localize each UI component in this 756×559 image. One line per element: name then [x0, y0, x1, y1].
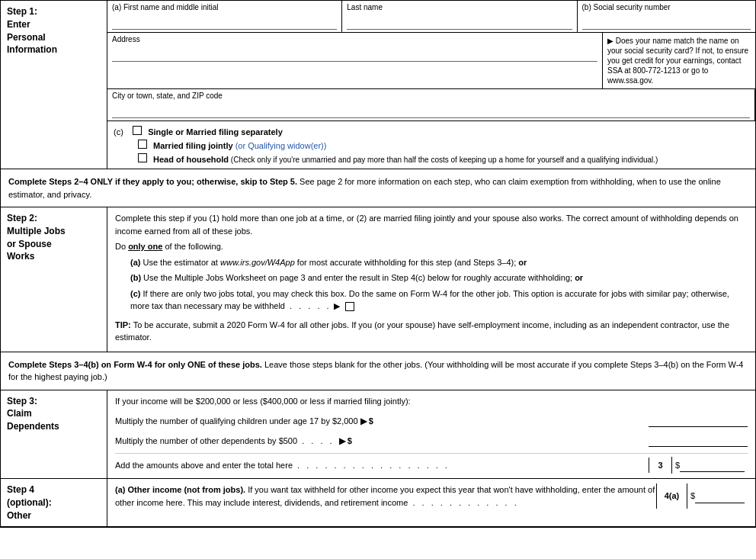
- address-label: Address: [112, 35, 597, 43]
- step3-children-text: Multiply the number of qualifying childr…: [115, 415, 645, 428]
- step2-content: Complete this step if you (1) hold more …: [107, 207, 755, 352]
- city-label: City or town, state, and ZIP code: [112, 92, 750, 100]
- step3-children-input[interactable]: [649, 413, 748, 427]
- ssn-field: (b) Social security number: [578, 1, 755, 32]
- last-name-input[interactable]: [347, 13, 572, 30]
- step3-section: Step 3: Claim Dependents If your income …: [1, 390, 755, 480]
- step2-item-a: (a) Use the estimator at www.irs.gov/W4A…: [130, 256, 748, 269]
- first-name-input[interactable]: [112, 13, 337, 30]
- step1-title-personal: Personal: [7, 32, 46, 43]
- step2-number: Step 2:: [7, 213, 37, 223]
- step1-checkboxes: (c) Single or Married filing separately …: [107, 121, 755, 169]
- step3-other-input[interactable]: [649, 433, 748, 447]
- step2-title2: or Spouse: [7, 239, 52, 249]
- step3-children-row: Multiply the number of qualifying childr…: [115, 413, 748, 427]
- step3-total-input[interactable]: [680, 458, 745, 472]
- first-name-label: (a) First name and middle initial: [112, 3, 337, 11]
- city-input[interactable]: [112, 101, 750, 118]
- step3-total-row: Add the amounts above and enter the tota…: [115, 453, 748, 474]
- checkbox2-label-normal: (or Qualifying widow(er)): [233, 141, 327, 150]
- step1-city-row: City or town, state, and ZIP code: [107, 89, 755, 121]
- address-field: Address: [107, 33, 603, 88]
- step4a-row: (a) Other income (not from jobs). If you…: [115, 484, 748, 509]
- ssn-note: ▶ Does your name match the name on your …: [603, 33, 755, 88]
- step3-other-text: Multiply the number of other dependents …: [115, 435, 645, 448]
- step2-para2: Do only one of the following.: [115, 240, 748, 253]
- city-field: City or town, state, and ZIP code: [107, 89, 755, 120]
- checkbox3-label-small: (Check only if you're unmarried and pay …: [229, 156, 658, 164]
- step1-name-row: (a) First name and middle initial Last n…: [107, 1, 755, 33]
- instruction1: Complete Steps 2–4 ONLY if they apply to…: [1, 169, 755, 207]
- step3-label: Step 3: Claim Dependents: [1, 390, 107, 479]
- checkbox3-label-bold: Head of household: [153, 155, 229, 164]
- checkbox-married-jointly[interactable]: [138, 140, 147, 149]
- last-name-field: Last name: [342, 1, 577, 32]
- step3-title2: Dependents: [7, 421, 59, 432]
- step2-tip: TIP: To be accurate, submit a 2020 Form …: [115, 319, 748, 344]
- step4a-num: 4(a): [656, 484, 687, 509]
- checkbox2-label-bold: Married filing jointly: [153, 141, 233, 150]
- step4-number: Step 4: [7, 484, 34, 495]
- step1-fields: (a) First name and middle initial Last n…: [107, 1, 755, 169]
- w4-form: Step 1: Enter Personal Information (a) F…: [0, 0, 756, 528]
- step3-total-dollar: $: [671, 457, 748, 474]
- address-input[interactable]: [112, 45, 597, 62]
- step3-total-num: 3: [649, 458, 671, 474]
- step3-other-row: Multiply the number of other dependents …: [115, 433, 748, 447]
- step1-section: Step 1: Enter Personal Information (a) F…: [1, 1, 755, 169]
- step1-label: Step 1: Enter Personal Information: [1, 1, 107, 169]
- step2-title3: Works: [7, 251, 34, 262]
- first-name-field: (a) First name and middle initial: [107, 1, 342, 32]
- step4a-text: (a) Other income (not from jobs). If you…: [115, 484, 656, 509]
- step2-item-b: (b) Use the Multiple Jobs Worksheet on p…: [130, 271, 748, 284]
- instruction1-bold: Complete Steps 2–4 ONLY if they apply to…: [8, 177, 297, 186]
- step1-title-information: Information: [7, 44, 57, 55]
- checkbox-single[interactable]: [133, 126, 142, 135]
- step2-para1: Complete this step if you (1) hold more …: [115, 212, 748, 237]
- checkbox-head-household[interactable]: [138, 153, 147, 162]
- step3-add-text: Add the amounts above and enter the tota…: [115, 459, 649, 472]
- ssn-input[interactable]: [582, 13, 751, 30]
- step2-item-c: (c) If there are only two jobs total, yo…: [130, 288, 748, 313]
- step3-title1: Claim: [7, 408, 32, 419]
- step4-label: Step 4 (optional): Other: [1, 479, 107, 526]
- step1-title-enter: Enter: [7, 19, 30, 30]
- step4a-input[interactable]: [695, 490, 745, 503]
- step4-section: Step 4 (optional): Other (a) Other incom…: [1, 479, 755, 527]
- ssn-note-text: ▶ Does your name match the name on your …: [607, 37, 748, 85]
- step4-title1: (optional):: [7, 497, 52, 508]
- step2c-checkbox[interactable]: [345, 302, 354, 311]
- step2c-arrow: ▶: [334, 301, 340, 310]
- step4a-dollar: $: [687, 484, 748, 509]
- step2-section: Step 2: Multiple Jobs or Spouse Works Co…: [1, 207, 755, 352]
- checkbox-c-label: (c): [114, 127, 123, 137]
- checkbox1-label: Single or Married filing separately: [148, 127, 283, 137]
- step2-label: Step 2: Multiple Jobs or Spouse Works: [1, 207, 107, 352]
- step2-title1: Multiple Jobs: [7, 226, 66, 236]
- ssn-label: (b) Social security number: [582, 3, 751, 11]
- instruction2: Complete Steps 3–4(b) on Form W-4 for on…: [1, 352, 755, 390]
- step3-number: Step 3:: [7, 396, 37, 406]
- instruction2-bold: Complete Steps 3–4(b) on Form W-4 for on…: [8, 360, 262, 369]
- step3-content: If your income will be $200,000 or less …: [107, 390, 755, 479]
- step1-number: Step 1:: [7, 6, 37, 17]
- step4-content: (a) Other income (not from jobs). If you…: [107, 479, 755, 526]
- step3-intro: If your income will be $200,000 or less …: [115, 395, 748, 408]
- last-name-label: Last name: [347, 3, 572, 11]
- step1-address-row: Address ▶ Does your name match the name …: [107, 33, 755, 89]
- step4-title2: Other: [7, 510, 31, 521]
